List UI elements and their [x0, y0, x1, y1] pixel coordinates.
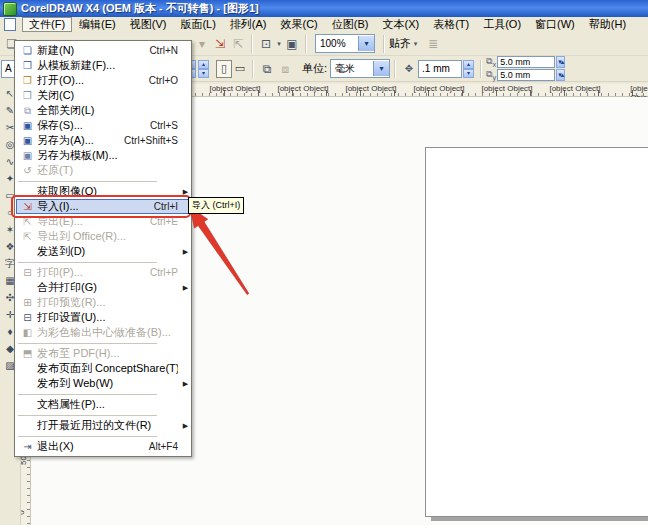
units-value: 毫米	[331, 62, 373, 76]
menubar-layout[interactable]: 版面(L)	[173, 17, 222, 32]
menubar-arrange[interactable]: 排列(A)	[223, 17, 274, 32]
menubar-effects[interactable]: 效果(C)	[274, 17, 325, 32]
menu-item-label: 文档属性(P)...	[37, 397, 178, 412]
menu-item-publish-to-web[interactable]: 发布到 Web(W) ▶	[16, 376, 190, 391]
units-label: 单位:	[302, 61, 327, 76]
redo-dropdown-icon[interactable]: ▾	[193, 35, 211, 53]
menu-item-icon: ▣	[18, 150, 37, 161]
menubar-bitmaps[interactable]: 位图(B)	[325, 17, 376, 32]
tool-icon: ✛	[6, 309, 14, 320]
snap-to-button[interactable]: 贴齐	[389, 35, 411, 53]
menu-item-icon: ⧉	[18, 105, 37, 117]
ruler-label: [object Object]	[481, 84, 532, 93]
window-title: CorelDRAW X4 (OEM 版本 - 不可转售) - [图形1]	[21, 1, 259, 16]
paper-size-value: A	[5, 63, 12, 74]
chevron-down-icon[interactable]: ▾	[373, 61, 389, 76]
drawing-page[interactable]	[425, 147, 648, 517]
menu-item-publish-page-to-conceptshare[interactable]: 发布页面到 ConceptShare(T)...	[16, 361, 190, 376]
welcome-screen-button[interactable]: ▣	[283, 35, 301, 53]
duplicate-x-field[interactable]: 5.0 mm	[497, 56, 555, 68]
tool-icon: ∿	[6, 156, 14, 167]
tool-icon: ◆	[6, 343, 14, 354]
menubar-view[interactable]: 视图(V)	[123, 17, 174, 32]
menu-item-label: 发布至 PDF(H)...	[37, 346, 178, 361]
snap-dropdown-icon[interactable]: ▾	[411, 35, 420, 53]
export-button[interactable]: ⇱	[229, 35, 247, 53]
import-highlight-box	[11, 195, 191, 218]
menubar-tools[interactable]: 工具(O)	[476, 17, 528, 32]
submenu-arrow-icon: ▶	[181, 422, 190, 430]
menubar-item-label: 效果(C)	[281, 18, 318, 30]
toolbar-separator	[251, 35, 253, 53]
facing-pages-button[interactable]: ⧈	[276, 60, 294, 78]
menu-item-new[interactable]: ❏ 新建(N) Ctrl+N	[16, 43, 190, 58]
file-menu-popup: ❏ 新建(N) Ctrl+N ❐ 从模板新建(F)... ❒ 打开(O)... …	[14, 40, 192, 457]
menu-item-open-recent[interactable]: 打开最近用过的文件(R) ▶	[16, 418, 190, 433]
menu-item-label: 为彩色输出中心做准备(B)...	[37, 325, 178, 340]
menu-item-send-to[interactable]: 发送到(D) ▶	[16, 244, 190, 259]
menu-item-shortcut: Ctrl+S	[150, 120, 178, 131]
menu-item-print-merge[interactable]: 合并打印(G) ▶	[16, 280, 190, 295]
menu-item-icon: ❐	[18, 60, 37, 71]
duplicate-y-stepper[interactable]: ▾▴	[556, 69, 565, 81]
title-bar[interactable]: CorelDRAW X4 (OEM 版本 - 不可转售) - [图形1]	[0, 0, 648, 17]
options-button[interactable]: ≣	[424, 35, 442, 53]
duplicate-y-field[interactable]: 5.0 mm	[497, 69, 555, 81]
menu-item-close-all[interactable]: ⧉ 全部关闭(L)	[16, 103, 190, 118]
menubar-file[interactable]: 文件(F)	[22, 17, 72, 32]
menu-item-print[interactable]: ⊟ 打印(P)... Ctrl+P	[16, 265, 190, 280]
duplicate-x-stepper[interactable]: ▾▴	[556, 56, 565, 68]
coreldraw-app-icon	[3, 2, 17, 16]
menu-item-open[interactable]: ❒ 打开(O)... Ctrl+O	[16, 73, 190, 88]
menu-item-export-to-office[interactable]: ⇱ 导出到 Office(R)...	[16, 229, 190, 244]
menu-item-icon: ⇥	[18, 441, 37, 452]
menu-item-revert[interactable]: ↺ 还原(T)	[16, 163, 190, 178]
menubar-table[interactable]: 表格(T)	[426, 17, 476, 32]
ruler-label: [object Object]	[413, 84, 464, 93]
menu-item-save[interactable]: ▣ 保存(S)... Ctrl+S	[16, 118, 190, 133]
tool-icon: ↖	[6, 88, 14, 99]
landscape-button[interactable]: ▭	[232, 60, 248, 78]
menu-item-prepare-for-service-bureau[interactable]: ◧ 为彩色输出中心做准备(B)...	[16, 325, 190, 340]
menubar-edit[interactable]: 编辑(E)	[72, 17, 123, 32]
menubar-item-label: 位图(B)	[332, 18, 369, 30]
nudge-offset-value: .1 mm	[422, 63, 450, 74]
nudge-icon: ✥	[400, 60, 418, 78]
menu-item-icon: ⊟	[18, 267, 37, 278]
menu-item-publish-to-pdf[interactable]: ⬒ 发布至 PDF(H)...	[16, 346, 190, 361]
document-icon	[4, 18, 16, 31]
menubar-item-label: 编辑(E)	[79, 18, 116, 30]
menu-item-label: 从模板新建(F)...	[37, 58, 178, 73]
menu-item-print-setup[interactable]: ⊟ 打印设置(U)...	[16, 310, 190, 325]
import-button[interactable]: ⇲	[211, 35, 229, 53]
application-launcher-button[interactable]: ⊡	[257, 35, 275, 53]
menu-item-print-preview[interactable]: ⊞ 打印预览(R)...	[16, 295, 190, 310]
menu-item-save-as-template[interactable]: ▣ 另存为模板(M)...	[16, 148, 190, 163]
menu-item-exit[interactable]: ⇥ 退出(X) Alt+F4	[16, 439, 190, 454]
menu-item-label: 还原(T)	[37, 163, 178, 178]
menu-item-label: 导出到 Office(R)...	[37, 229, 178, 244]
chevron-down-icon[interactable]: ▾	[358, 36, 374, 51]
menu-item-icon: ❒	[18, 75, 37, 86]
menu-item-document-properties[interactable]: 文档属性(P)...	[16, 397, 190, 412]
nudge-stepper[interactable]: ▴▾	[463, 60, 474, 78]
toolbar-separator	[480, 60, 482, 78]
zoom-level-combo[interactable]: 100% ▾	[315, 34, 375, 53]
ruler-label: [object Object]	[277, 84, 328, 93]
menu-item-icon: ↺	[18, 165, 37, 176]
menubar-window[interactable]: 窗口(W)	[528, 17, 582, 32]
units-combo[interactable]: 毫米 ▾	[330, 59, 390, 78]
menu-item-label: 保存(S)...	[37, 118, 150, 133]
menubar-help[interactable]: 帮助(H)	[582, 17, 633, 32]
menu-item-close[interactable]: ❒ 关闭(C)	[16, 88, 190, 103]
menu-item-label: 打印预览(R)...	[37, 295, 178, 310]
nudge-offset-field[interactable]: .1 mm	[418, 60, 462, 78]
menu-item-save-as[interactable]: ▣ 另存为(A)... Ctrl+Shift+S	[16, 133, 190, 148]
portrait-button[interactable]: ▯	[216, 60, 232, 78]
launcher-dropdown-icon[interactable]: ▾	[275, 35, 283, 53]
duplicate-x-icon: ⧉x	[486, 56, 496, 69]
all-pages-button[interactable]: ⧉	[258, 60, 276, 78]
menubar-text[interactable]: 文本(X)	[375, 17, 426, 32]
menu-item-new-from-template[interactable]: ❐ 从模板新建(F)...	[16, 58, 190, 73]
page-height-stepper[interactable]: ▴▾	[198, 60, 209, 78]
